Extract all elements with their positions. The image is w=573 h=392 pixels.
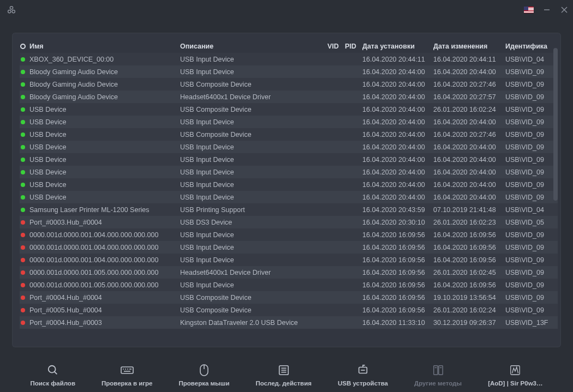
list-icon	[277, 364, 290, 377]
svg-point-0	[10, 7, 13, 9]
cell-name: USB Device	[29, 131, 180, 138]
table-row[interactable]: 0000.001d.0000.001.005.000.000.000.000US…	[20, 279, 558, 291]
table-row[interactable]: 0000.001d.0000.001.004.000.000.000.000US…	[20, 241, 558, 254]
table-row[interactable]: Bloody Gaming Audio DeviceHeadset6400x1 …	[20, 91, 558, 103]
cell-status	[20, 132, 29, 137]
nav-label: Послед. действия	[256, 380, 312, 387]
cell-installed: 16.04.2020 20:30:10	[362, 219, 433, 226]
nav-mouse-check[interactable]: Проверка мыши	[179, 364, 230, 387]
table-row[interactable]: Bloody Gaming Audio DeviceUSB Composite …	[20, 78, 558, 91]
cell-installed: 16.04.2020 20:44:00	[362, 106, 433, 113]
svg-rect-22	[433, 366, 437, 375]
table-row[interactable]: Port_#0003.Hub_#0004USB DS3 Device16.04.…	[20, 216, 558, 228]
col-status[interactable]	[20, 44, 29, 49]
cell-status	[20, 208, 29, 212]
table-header-row: Имя Описание VID PID Дата установки Дата…	[20, 40, 558, 53]
nav-other-methods[interactable]: Другие методы	[414, 364, 462, 387]
cell-identifier: USB\VID_09	[505, 231, 558, 239]
nav-recent-actions[interactable]: Послед. действия	[256, 364, 312, 387]
cell-description: Kingston DataTraveler 2.0 USB Device	[180, 319, 327, 327]
table-row[interactable]: USB DeviceUSB Input Device16.04.2020 20:…	[20, 153, 558, 166]
table-row[interactable]: Bloody Gaming Audio DeviceUSB Input Devi…	[20, 65, 558, 78]
cell-identifier: USB\VID_09	[505, 143, 558, 151]
cell-name: Port_#0003.Hub_#0004	[29, 219, 180, 226]
table-row[interactable]: 0000.001d.0000.001.004.000.000.000.000US…	[20, 228, 558, 241]
cell-installed: 16.04.2020 16:09:56	[362, 269, 433, 276]
table-row[interactable]: Port_#0004.Hub_#0004USB Composite Device…	[20, 291, 558, 304]
cell-description: USB Printing Support	[180, 206, 327, 214]
avatar-icon	[509, 364, 522, 377]
table-row[interactable]: USB DeviceUSB Input Device16.04.2020 20:…	[20, 178, 558, 191]
cell-description: USB Input Device	[180, 244, 327, 251]
table-row[interactable]: USB DeviceUSB Composite Device16.04.2020…	[20, 103, 558, 116]
usb-devices-panel: Имя Описание VID PID Дата установки Дата…	[12, 33, 561, 347]
table-row[interactable]: 0000.001d.0000.001.004.000.000.000.000US…	[20, 254, 558, 266]
cell-description: USB Input Device	[180, 194, 327, 201]
status-dot-icon	[21, 145, 25, 149]
keyboard-icon	[121, 364, 134, 377]
language-flag-icon[interactable]	[524, 7, 534, 13]
table-row[interactable]: USB DeviceUSB Input Device16.04.2020 20:…	[20, 116, 558, 128]
cell-installed: 16.04.2020 16:09:56	[362, 244, 433, 251]
table-row[interactable]: USB DeviceUSB Input Device16.04.2020 20:…	[20, 191, 558, 203]
cell-name: USB Device	[29, 106, 180, 113]
col-modified[interactable]: Дата изменения	[433, 43, 505, 50]
cell-installed: 16.04.2020 20:44:11	[362, 56, 433, 63]
cell-status	[20, 82, 29, 87]
nav-usb-devices[interactable]: USB устройства	[338, 364, 388, 387]
col-vid[interactable]: VID	[327, 43, 345, 50]
table-row[interactable]: USB DeviceUSB Composite Device16.04.2020…	[20, 128, 558, 141]
table-row[interactable]: Port_#0005.Hub_#0004USB Composite Device…	[20, 304, 558, 316]
cell-identifier: USB\VID_09	[505, 81, 558, 88]
cell-description: USB Composite Device	[180, 294, 327, 301]
cell-name: Samsung Laser Printer ML-1200 Series	[29, 206, 180, 214]
cell-status	[20, 183, 29, 187]
status-dot-icon	[21, 195, 25, 200]
col-identifier[interactable]: Идентифика	[505, 43, 558, 50]
cell-installed: 16.04.2020 20:44:00	[362, 81, 433, 88]
cell-identifier: USB\VID_09	[505, 131, 558, 138]
device-table: Имя Описание VID PID Дата установки Дата…	[20, 40, 558, 340]
table-row[interactable]: Port_#0004.Hub_#0003Kingston DataTravele…	[20, 316, 558, 329]
nav-ingame-check[interactable]: Проверка в игре	[102, 364, 153, 387]
mouse-icon	[198, 364, 211, 377]
table-row[interactable]: XBOX_360_DEVICE_00:00USB Input Device16.…	[20, 53, 558, 65]
cell-description: USB Input Device	[180, 168, 327, 176]
cell-identifier: USB\VID_09	[505, 294, 558, 301]
minimize-button[interactable]	[542, 5, 551, 14]
table-row[interactable]: USB DeviceUSB Input Device16.04.2020 20:…	[20, 141, 558, 153]
table-row[interactable]: 0000.001d.0000.001.005.000.000.000.000He…	[20, 266, 558, 279]
close-button[interactable]	[560, 5, 569, 14]
tools-icon	[432, 364, 445, 377]
cell-description: USB Composite Device	[180, 106, 327, 113]
nav-search-files[interactable]: Поиск файлов	[30, 364, 75, 387]
nav-user-profile[interactable]: [AoD] | Sir P0w3…	[488, 364, 542, 387]
cell-modified: 30.12.2019 09:26:37	[433, 319, 505, 327]
cell-status	[20, 220, 29, 225]
cell-name: 0000.001d.0000.001.004.000.000.000.000	[29, 256, 180, 264]
cell-status	[20, 145, 29, 149]
col-name[interactable]: Имя	[29, 43, 180, 50]
cell-name: Bloody Gaming Audio Device	[29, 93, 180, 101]
cell-name: USB Device	[29, 168, 180, 176]
cell-name: 0000.001d.0000.001.004.000.000.000.000	[29, 231, 180, 239]
table-row[interactable]: USB DeviceUSB Input Device16.04.2020 20:…	[20, 166, 558, 178]
col-description[interactable]: Описание	[180, 43, 327, 50]
status-dot-icon	[21, 308, 25, 312]
col-pid[interactable]: PID	[345, 43, 362, 50]
status-dot-icon	[21, 220, 25, 225]
cell-identifier: USB\VID_04	[505, 56, 558, 63]
nav-label: Другие методы	[414, 380, 462, 387]
cell-name: Bloody Gaming Audio Device	[29, 81, 180, 88]
status-dot-icon	[21, 120, 25, 124]
cell-modified: 16.04.2020 16:09:56	[433, 231, 505, 239]
table-row[interactable]: Samsung Laser Printer ML-1200 SeriesUSB …	[20, 203, 558, 216]
col-installed[interactable]: Дата установки	[362, 43, 433, 50]
cell-description: USB Input Device	[180, 231, 327, 239]
cell-installed: 16.04.2020 20:44:00	[362, 168, 433, 176]
status-dot-icon	[21, 70, 25, 74]
status-dot-icon	[21, 158, 25, 162]
cell-identifier: USB\VID_09	[505, 106, 558, 113]
cell-identifier: USB\VID_09	[505, 68, 558, 76]
vertical-scrollbar[interactable]	[553, 48, 558, 201]
